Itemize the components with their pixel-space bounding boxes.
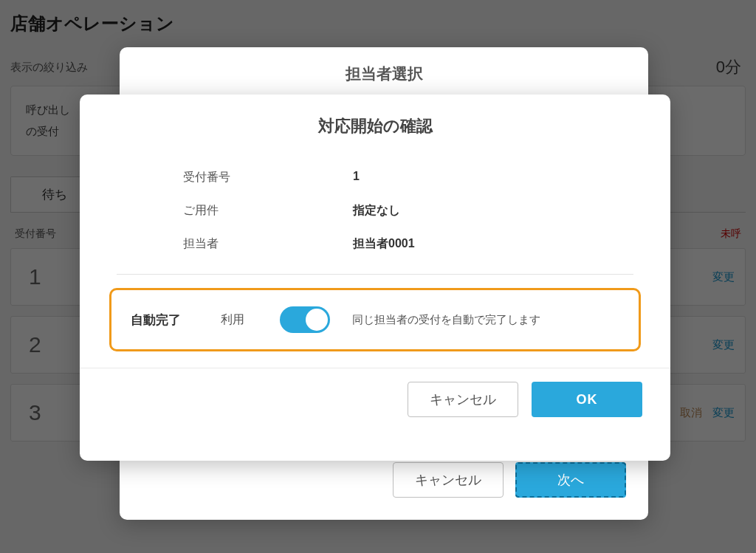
- confirm-start-modal: 対応開始の確認 受付番号 1 ご用件 指定なし 担当者 担当者0001 自動完了…: [80, 95, 670, 461]
- staff-select-cancel-button[interactable]: キャンセル: [393, 462, 504, 498]
- staff-select-next-button[interactable]: 次へ: [515, 462, 626, 498]
- staff-select-title: 担当者選択: [120, 47, 648, 93]
- divider: [117, 274, 633, 275]
- toggle-knob: [306, 309, 328, 331]
- ok-button[interactable]: OK: [532, 382, 642, 417]
- auto-complete-title: 自動完了: [131, 312, 199, 329]
- auto-complete-desc: 同じ担当者の受付を自動で完了します: [352, 313, 540, 327]
- auto-complete-section: 自動完了 利用 同じ担当者の受付を自動で完了します: [109, 288, 641, 351]
- purpose-value: 指定なし: [353, 203, 400, 219]
- confirm-start-title: 対応開始の確認: [80, 95, 670, 143]
- receipt-no-value: 1: [353, 170, 360, 185]
- purpose-label: ご用件: [183, 203, 353, 219]
- auto-complete-toggle[interactable]: [280, 306, 330, 333]
- staff-value: 担当者0001: [353, 236, 415, 252]
- confirm-details: 受付番号 1 ご用件 指定なし 担当者 担当者0001: [80, 143, 670, 268]
- receipt-no-label: 受付番号: [183, 170, 353, 185]
- cancel-button[interactable]: キャンセル: [408, 382, 518, 417]
- auto-complete-mode: 利用: [221, 312, 258, 328]
- staff-label: 担当者: [183, 236, 353, 252]
